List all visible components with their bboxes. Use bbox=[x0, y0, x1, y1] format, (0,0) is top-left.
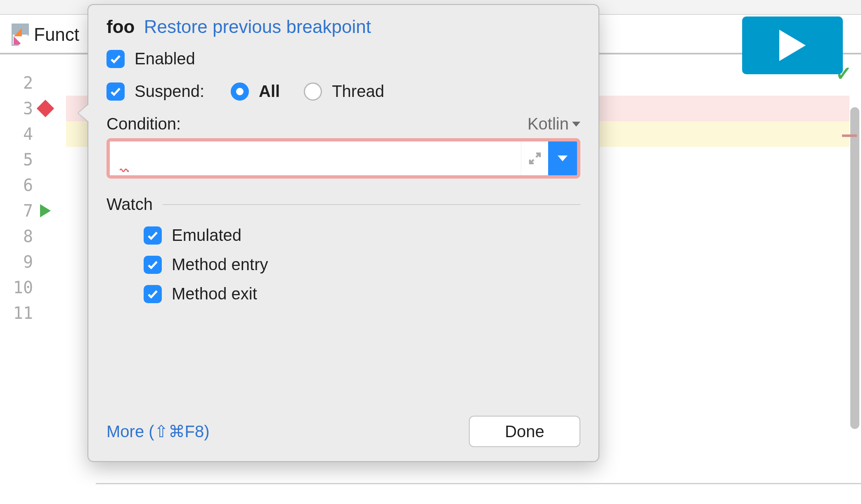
editor-scrollbar[interactable] bbox=[850, 107, 859, 476]
done-button-label: Done bbox=[505, 422, 544, 441]
line-number: 8 bbox=[0, 227, 33, 246]
more-options-link[interactable]: More (⇧⌘F8) bbox=[106, 422, 210, 441]
gutter-line[interactable]: 2 bbox=[0, 70, 66, 96]
suspend-all-radio[interactable] bbox=[231, 82, 249, 101]
condition-expand-button[interactable] bbox=[521, 141, 548, 175]
breakpoint-icon[interactable] bbox=[33, 102, 58, 115]
watch-options: Emulated Method entry Method exit bbox=[106, 226, 580, 303]
suspend-checkbox[interactable] bbox=[106, 82, 125, 101]
enabled-checkbox[interactable] bbox=[106, 50, 125, 68]
gutter-line[interactable]: 3 bbox=[0, 96, 66, 121]
chevron-down-icon bbox=[572, 122, 580, 127]
line-number: 9 bbox=[0, 252, 33, 271]
gutter-line[interactable]: 4 bbox=[0, 121, 66, 147]
enabled-label: Enabled bbox=[135, 49, 195, 68]
line-number: 3 bbox=[0, 99, 33, 118]
popup-title: foo Restore previous breakpoint bbox=[106, 16, 580, 37]
enabled-row: Enabled bbox=[106, 49, 580, 68]
condition-label: Condition: bbox=[106, 115, 181, 133]
gutter-line[interactable]: 6 bbox=[0, 172, 66, 198]
watch-section-header: Watch bbox=[106, 195, 580, 214]
breakpoint-function-name: foo bbox=[106, 16, 135, 37]
run-play-button[interactable] bbox=[742, 16, 843, 74]
kotlin-file-icon bbox=[12, 24, 29, 46]
gutter-line[interactable]: 10 bbox=[0, 275, 66, 300]
watch-section-label: Watch bbox=[106, 195, 153, 214]
scrollbar-error-marker[interactable] bbox=[842, 134, 857, 137]
line-number: 4 bbox=[0, 125, 33, 144]
suspend-label: Suspend: bbox=[135, 82, 204, 101]
condition-header-row: Condition: Kotlin bbox=[106, 115, 580, 133]
condition-history-dropdown[interactable] bbox=[548, 141, 577, 175]
line-number: 2 bbox=[0, 73, 33, 92]
gutter-line[interactable]: 8 bbox=[0, 224, 66, 249]
editor-bottom-border bbox=[96, 483, 861, 484]
gutter-line[interactable]: 9 bbox=[0, 249, 66, 275]
condition-input[interactable] bbox=[110, 141, 521, 175]
breakpoint-popup: foo Restore previous breakpoint Enabled … bbox=[88, 4, 599, 462]
editor-gutter: 234567891011 bbox=[0, 56, 66, 504]
suspend-all-label: All bbox=[259, 82, 280, 101]
divider bbox=[163, 204, 580, 205]
gutter-line[interactable]: 5 bbox=[0, 147, 66, 172]
condition-language-label: Kotlin bbox=[527, 115, 569, 133]
scrollbar-thumb[interactable] bbox=[850, 107, 859, 429]
popup-pointer bbox=[78, 104, 89, 122]
line-number: 10 bbox=[0, 278, 33, 297]
watch-method-exit-checkbox[interactable] bbox=[144, 285, 162, 303]
watch-method-exit-label: Method exit bbox=[172, 285, 257, 303]
watch-emulated-checkbox[interactable] bbox=[144, 226, 162, 245]
watch-method-entry-checkbox[interactable] bbox=[144, 256, 162, 274]
editor-tab[interactable]: Funct bbox=[12, 15, 79, 54]
gutter-line[interactable]: 11 bbox=[0, 300, 66, 326]
editor-tab-label: Funct bbox=[34, 24, 79, 45]
line-number: 5 bbox=[0, 150, 33, 169]
line-number: 6 bbox=[0, 176, 33, 195]
suspend-thread-label: Thread bbox=[332, 82, 384, 101]
restore-previous-breakpoint-link[interactable]: Restore previous breakpoint bbox=[144, 16, 371, 37]
play-icon bbox=[779, 30, 806, 61]
suspend-thread-radio[interactable] bbox=[304, 82, 322, 101]
line-number: 7 bbox=[0, 201, 33, 220]
gutter-line[interactable]: 7 bbox=[0, 198, 66, 224]
run-line-icon[interactable] bbox=[33, 204, 58, 217]
condition-field bbox=[106, 138, 580, 179]
condition-language-select[interactable]: Kotlin bbox=[527, 115, 580, 133]
watch-method-entry-label: Method entry bbox=[172, 255, 268, 274]
line-number: 11 bbox=[0, 304, 33, 323]
suspend-row: Suspend: All Thread bbox=[106, 82, 580, 101]
done-button[interactable]: Done bbox=[469, 416, 580, 447]
chevron-down-icon bbox=[558, 155, 568, 161]
watch-emulated-label: Emulated bbox=[172, 226, 241, 245]
popup-footer: More (⇧⌘F8) Done bbox=[106, 416, 580, 447]
